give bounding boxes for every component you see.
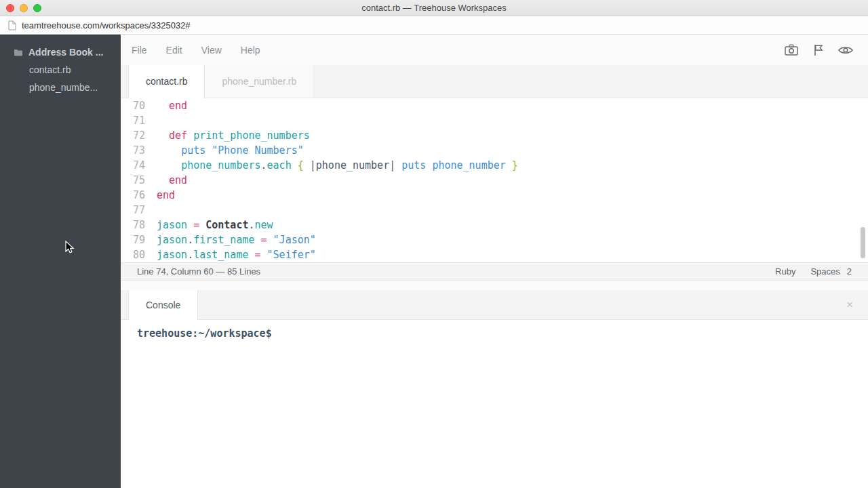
tab-bar: contact.rb phone_number.rb	[121, 65, 868, 98]
file-sidebar: Address Book ... contact.rb phone_numbe.…	[0, 35, 121, 488]
menu-edit[interactable]: Edit	[166, 45, 182, 56]
line-number: 70	[121, 98, 145, 113]
line-number: 72	[121, 128, 145, 143]
code-text: phone_numbers.each { |phone_number| puts…	[145, 158, 518, 173]
editor-status-bar: Line 74, Column 60 — 85 Lines Ruby Space…	[121, 262, 868, 281]
close-console-icon[interactable]: ×	[846, 290, 853, 320]
sidebar-file-contact[interactable]: contact.rb	[0, 61, 121, 79]
workspace-content: Address Book ... contact.rb phone_numbe.…	[0, 35, 868, 488]
code-text: jason.first_name = "Jason"	[145, 232, 316, 247]
code-line[interactable]: 80jason.last_name = "Seifer"	[121, 247, 868, 262]
spaces-value[interactable]: 2	[847, 266, 852, 277]
code-line[interactable]: 70 end	[121, 98, 868, 113]
tab-console[interactable]: Console	[128, 290, 198, 320]
eye-icon[interactable]	[838, 45, 853, 55]
terminal-prompt: treehouse:~/workspace$	[137, 327, 272, 340]
code-text: jason = Contact.new	[145, 218, 273, 232]
line-number: 76	[121, 188, 145, 203]
window-titlebar: contact.rb — Treehouse Workspaces	[0, 0, 868, 16]
url-text[interactable]: teamtreehouse.com/workspaces/3325032#	[22, 20, 191, 30]
menu-file[interactable]: File	[132, 45, 147, 56]
code-text: def print_phone_numbers	[145, 128, 310, 143]
editor-main: File Edit View Help con	[121, 35, 868, 488]
file-label: contact.rb	[29, 64, 71, 75]
menu-help[interactable]: Help	[241, 45, 260, 56]
code-line[interactable]: 72 def print_phone_numbers	[121, 128, 868, 143]
line-number: 71	[121, 113, 145, 128]
tab-contact-rb[interactable]: contact.rb	[128, 65, 205, 98]
code-line[interactable]: 78jason = Contact.new	[121, 218, 868, 232]
code-text: end	[145, 188, 175, 203]
window-title: contact.rb — Treehouse Workspaces	[0, 0, 868, 16]
menu-view[interactable]: View	[201, 45, 222, 56]
sidebar-file-phone-number[interactable]: phone_numbe...	[0, 79, 121, 96]
menu-bar: File Edit View Help	[121, 35, 868, 65]
code-line[interactable]: 75 end	[121, 173, 868, 188]
console-terminal[interactable]: treehouse:~/workspace$	[121, 320, 868, 488]
minimize-window-button[interactable]	[20, 4, 28, 12]
code-line[interactable]: 74 phone_numbers.each { |phone_number| p…	[121, 158, 868, 173]
page-icon	[8, 20, 16, 30]
console-panel-header: Console ×	[121, 290, 868, 320]
file-label: phone_numbe...	[29, 82, 98, 93]
code-text: end	[145, 173, 187, 188]
close-window-button[interactable]	[6, 4, 14, 12]
code-line[interactable]: 76end	[121, 188, 868, 203]
flag-icon[interactable]	[813, 44, 823, 56]
mouse-cursor	[65, 241, 75, 258]
code-text	[145, 113, 157, 128]
browser-url-bar: teamtreehouse.com/workspaces/3325032#	[0, 16, 868, 35]
folder-icon	[14, 49, 23, 56]
cursor-position-text: Line 74, Column 60 — 85 Lines	[137, 266, 260, 277]
code-text: end	[145, 98, 187, 113]
tab-phone-number-rb[interactable]: phone_number.rb	[205, 65, 314, 98]
code-text	[145, 203, 157, 218]
line-number: 77	[121, 203, 145, 218]
code-text: puts "Phone Numbers"	[145, 143, 304, 158]
language-indicator[interactable]: Ruby	[775, 266, 795, 277]
traffic-lights	[6, 4, 41, 12]
camera-icon[interactable]	[785, 44, 798, 56]
line-number: 79	[121, 232, 145, 247]
code-text: jason.last_name = "Seifer"	[145, 247, 316, 262]
editor-lines: 70 end7172 def print_phone_numbers73 put…	[121, 98, 868, 262]
line-number: 80	[121, 247, 145, 262]
line-number: 75	[121, 173, 145, 188]
code-line[interactable]: 71	[121, 113, 868, 128]
code-line[interactable]: 73 puts "Phone Numbers"	[121, 143, 868, 158]
code-editor[interactable]: 70 end7172 def print_phone_numbers73 put…	[121, 98, 868, 262]
folder-label: Address Book ...	[28, 47, 103, 58]
editor-scrollbar-thumb[interactable]	[861, 227, 865, 258]
line-number: 73	[121, 143, 145, 158]
menu-bar-icons	[785, 35, 853, 65]
line-number: 78	[121, 218, 145, 232]
status-right: Ruby Spaces 2	[775, 266, 852, 277]
code-line[interactable]: 79jason.first_name = "Jason"	[121, 232, 868, 247]
line-number: 74	[121, 158, 145, 173]
sidebar-folder-address-book[interactable]: Address Book ...	[0, 43, 121, 61]
code-line[interactable]: 77	[121, 203, 868, 218]
spaces-label[interactable]: Spaces	[810, 266, 840, 277]
zoom-window-button[interactable]	[33, 4, 41, 12]
